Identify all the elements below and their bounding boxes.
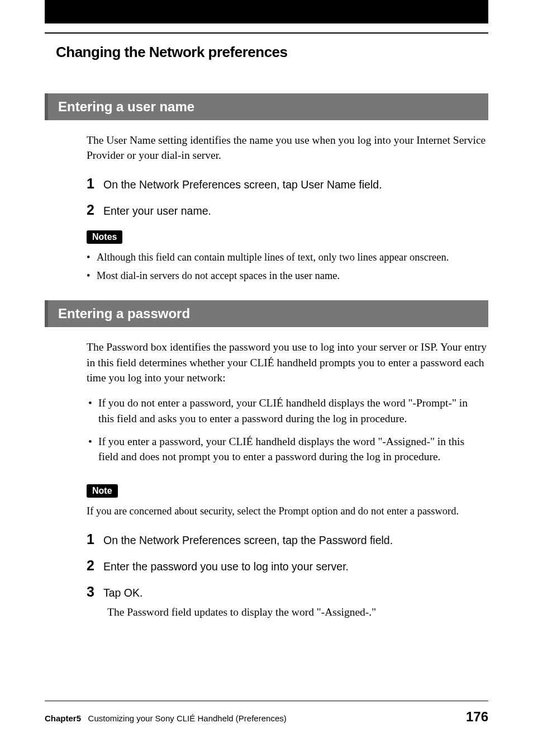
step-number: 2 [87,557,98,574]
top-black-bar [45,0,488,23]
chapter-text [83,714,88,723]
step-number: 2 [87,202,98,218]
step-3-subtext: The Password field updates to display th… [107,604,488,620]
note-item: Most dial-in servers do not accept space… [87,269,477,284]
step-1-password: 1 On the Network Preferences screen, tap… [87,531,488,547]
notes-label: Notes [87,230,122,244]
section-intro-password: The Password box identifies the password… [87,339,488,385]
step-1-username: 1 On the Network Preferences screen, tap… [87,176,488,192]
notes-list-username: Although this field can contain multiple… [87,251,477,284]
note-text-password: If you are concerned about security, sel… [87,504,477,519]
step-number: 3 [87,584,98,600]
step-2-password: 2 Enter the password you use to log into… [87,557,488,574]
section-intro-username: The User Name setting identifies the nam… [87,133,488,163]
top-rule [45,32,488,34]
section-header-username: Entering a user name [45,93,488,120]
bullet-item: If you do not enter a password, your CLI… [88,395,477,426]
page-footer: Chapter5 Customizing your Sony CLIÉ Hand… [45,701,488,725]
step-text: Tap OK. [103,587,488,599]
step-number: 1 [87,176,98,192]
page-number: 176 [466,709,488,725]
page-title: Changing the Network preferences [56,44,533,61]
step-2-username: 2 Enter your user name. [87,202,488,218]
footer-left: Chapter5 Customizing your Sony CLIÉ Hand… [45,714,287,723]
step-text: On the Network Preferences screen, tap U… [103,178,488,191]
chapter-text-content: Customizing your Sony CLIÉ Handheld (Pre… [88,714,287,723]
note-label: Note [87,484,118,498]
chapter-label: Chapter5 [45,714,81,723]
step-3-password: 3 Tap OK. [87,584,488,600]
note-item: Although this field can contain multiple… [87,251,477,265]
bullet-item: If you enter a password, your CLIÉ handh… [88,434,477,465]
password-bullet-list: If you do not enter a password, your CLI… [88,395,477,464]
step-number: 1 [87,531,98,547]
step-text: Enter the password you use to log into y… [103,560,488,573]
step-text: On the Network Preferences screen, tap t… [103,534,488,547]
section-header-password: Entering a password [45,300,488,327]
step-text: Enter your user name. [103,205,488,218]
